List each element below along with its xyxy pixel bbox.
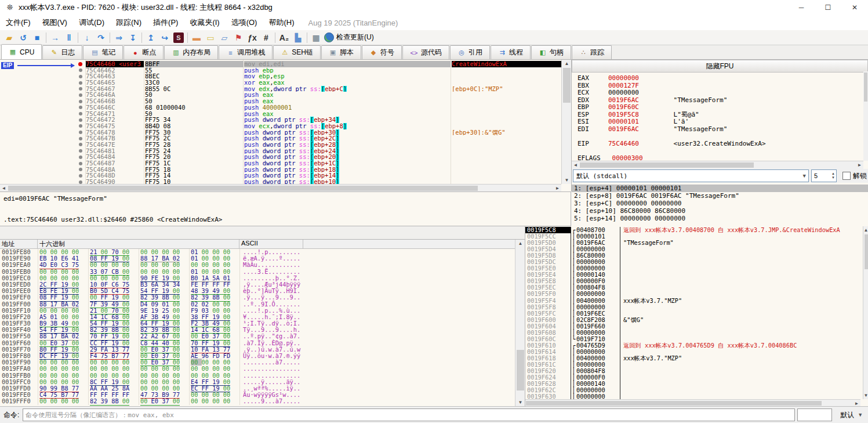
tab-日志[interactable]: ✎日志 <box>42 45 82 59</box>
argument-count-stepper[interactable]: 5 ▲▼ <box>811 169 837 182</box>
tab-跟踪[interactable]: ∴跟踪 <box>572 45 612 59</box>
row-dot[interactable] <box>79 93 82 97</box>
step-over-icon[interactable]: ↷ <box>94 31 108 44</box>
menu-item-3[interactable]: 调试(D) <box>73 15 110 30</box>
disasm-row[interactable]: 75C4647BFF75 2Cpush dword ptr ss:[ebp+2C… <box>0 135 561 142</box>
disasm-row[interactable]: 75C464758B4D 08mov ecx,dword ptr ss:[ebp… <box>0 123 561 129</box>
stack-row[interactable]: 0019F5F0│00000000 <box>525 291 863 297</box>
row-dot[interactable] <box>79 87 82 91</box>
tab-脚本[interactable]: ▣脚本 <box>321 45 361 59</box>
stack-row[interactable]: 0019F5FC│0019F6EC <box>525 310 863 317</box>
tab-调用堆栈[interactable]: ≡调用堆栈 <box>219 45 273 59</box>
disasm-row[interactable]: 75C4648AFF75 18push dword ptr ss:[ebp+18… <box>0 167 561 173</box>
argument-row[interactable]: 1: [esp+4] 00000101 00000101 <box>572 185 868 192</box>
patch-icon[interactable]: ▬ <box>190 31 204 44</box>
tab-CPU[interactable]: ▦CPU <box>1 44 42 59</box>
disasm-row[interactable]: 75C46481FF75 24push dword ptr ss:[ebp+24… <box>0 148 561 154</box>
stack-pane[interactable]: 0019F5C8┌00408700返回到 xxx帐本v3.7.00408700 … <box>525 226 868 406</box>
row-dot[interactable] <box>79 174 82 178</box>
disasm-row[interactable]: 75C4646533C0xor eax,eax <box>0 79 561 86</box>
menu-item-4[interactable]: 跟踪(N) <box>110 15 147 30</box>
menu-item-7[interactable]: 选项(O) <box>226 15 263 30</box>
disasm-row[interactable]: 75C4646255push ebp <box>0 67 561 74</box>
minimize-button[interactable]: ─ <box>788 0 815 15</box>
row-dot[interactable] <box>79 81 82 85</box>
command-secondary-input[interactable] <box>797 408 832 421</box>
tab-符号[interactable]: ◆符号 <box>362 45 402 59</box>
check-updates-button[interactable]: 检查更新(U) <box>324 32 374 42</box>
stack-hscrollbar[interactable]: ► <box>525 399 860 406</box>
row-dot[interactable] <box>79 68 82 72</box>
tab-源代码[interactable]: <>源代码 <box>402 45 449 59</box>
menu-item-2[interactable]: 视图(V) <box>37 15 73 30</box>
disasm-row[interactable]: 75C46478FF75 30push dword ptr ss:[ebp+30… <box>0 129 561 136</box>
row-dot[interactable] <box>79 180 82 184</box>
step-out-icon[interactable]: ↧ <box>126 31 140 44</box>
disasm-row[interactable]: 75C4646C68 01000040push 40000001 <box>0 104 561 111</box>
disasm-row[interactable]: 75C4648DFF75 14push dword ptr ss:[ebp+14… <box>0 172 561 179</box>
disasm-row[interactable]: 75C464678B55 0Cmov edx,dword ptr ss:[ebp… <box>0 86 561 92</box>
unlock-checkbox[interactable] <box>842 172 851 180</box>
font-icon[interactable]: A₂ <box>277 31 291 44</box>
bookmark-icon[interactable]: ⚑ <box>231 31 245 44</box>
stop-icon[interactable]: ■ <box>30 31 44 44</box>
argument-row[interactable]: 2: [esp+8] 0019F6AC 0019F6AC "TMessageFo… <box>572 192 868 200</box>
disasm-row[interactable]: 75C464638BECmov ebp,esp <box>0 73 561 79</box>
disasm-row[interactable]: 75C4647EFF75 28push dword ptr ss:[ebp+28… <box>0 142 561 148</box>
argument-row[interactable]: 4: [esp+10] 86C80000 86C80000 <box>572 207 868 215</box>
disasm-row[interactable]: 75C46472FF75 34push dword ptr ss:[ebp+34… <box>0 117 561 123</box>
run-to-cursor-icon[interactable]: ⇒ <box>112 31 126 44</box>
restart-icon[interactable]: ↺ <box>16 31 30 44</box>
tab-SEH链[interactable]: ⚠SEH链 <box>273 45 321 59</box>
tab-断点[interactable]: ●断点 <box>124 45 164 59</box>
hash-icon[interactable]: # <box>259 31 273 44</box>
run-to-user-code-icon[interactable]: ↪ <box>158 31 172 44</box>
tab-内存布局[interactable]: ▥内存布局 <box>164 45 218 59</box>
function-icon[interactable]: ƒx <box>245 31 259 44</box>
label-icon[interactable]: ▱ <box>217 31 231 44</box>
row-dot[interactable] <box>79 118 82 122</box>
row-dot[interactable] <box>79 143 82 146</box>
row-dot[interactable] <box>79 124 82 128</box>
row-dot[interactable] <box>79 168 82 171</box>
open-file-icon[interactable]: ▰ <box>2 31 16 44</box>
disasm-vscrollbar[interactable]: ▲ ▼ <box>561 60 572 184</box>
row-dot[interactable] <box>79 162 82 165</box>
tab-笔记[interactable]: ▤笔记 <box>83 45 123 59</box>
pause-icon[interactable]: ‖ <box>62 31 76 44</box>
row-dot[interactable] <box>79 131 82 134</box>
row-dot[interactable] <box>79 106 82 109</box>
disassembly-pane[interactable]: EIP 75C46460 <user38BFFmov edi,ediCreate… <box>0 60 572 191</box>
register-row[interactable]: EIP 75C46460 <user32.CreateWindowExA> <box>578 140 856 148</box>
menu-item-8[interactable]: 帮助(H) <box>263 15 300 30</box>
scylla-icon[interactable]: S <box>172 31 186 44</box>
disasm-row[interactable]: 75C46460 <user38BFFmov edi,ediCreateWind… <box>0 61 561 67</box>
close-button[interactable]: ✕ <box>841 0 868 15</box>
stack-row[interactable]: 0019F5F8│00000000 <box>525 304 863 310</box>
disasm-hscrollbar[interactable]: ◄ ► <box>0 184 561 191</box>
calculator-icon[interactable]: ▦ <box>309 31 323 44</box>
row-dot[interactable] <box>79 149 82 153</box>
registers-hscrollbar[interactable]: ◄ ► <box>572 161 863 169</box>
run-icon[interactable]: → <box>48 31 62 44</box>
row-dot[interactable] <box>79 112 82 115</box>
calling-convention-select[interactable]: 默认 (stdcall) ▼ <box>573 169 809 182</box>
tab-引用[interactable]: ◎引用 <box>450 45 490 59</box>
argument-row[interactable]: 3: [esp+C] 00000000 00000000 <box>572 200 868 207</box>
stack-vscrollbar[interactable]: ▲ ▼ <box>863 226 868 399</box>
row-dot[interactable] <box>79 156 82 159</box>
disasm-row[interactable]: 75C4646A50push eax <box>0 92 561 98</box>
row-dot[interactable] <box>79 100 82 103</box>
stack-row[interactable]: 0019F5F4│00400000xxx帐本v3.7."MZP" <box>525 298 863 304</box>
command-input[interactable] <box>23 408 795 421</box>
register-row[interactable]: EDI 0019F6AC "TMessageForm" <box>578 126 856 133</box>
tab-句柄[interactable]: ◧句柄 <box>531 45 571 59</box>
disasm-row[interactable]: 75C4647150push eax <box>0 111 561 117</box>
registers-pane[interactable]: 隐藏FPU EAX 00000000EBX 0000127FECX 000000… <box>572 60 868 169</box>
comment-icon[interactable]: ▭ <box>204 31 217 44</box>
step-into-icon[interactable]: ↓ <box>80 31 94 44</box>
maximize-button[interactable]: ☐ <box>815 0 841 15</box>
highlight-icon[interactable]: ▙ <box>291 31 305 44</box>
menu-item-6[interactable]: 收藏夹(I) <box>184 15 225 30</box>
disasm-row[interactable]: 75C4646B50push eax <box>0 98 561 104</box>
